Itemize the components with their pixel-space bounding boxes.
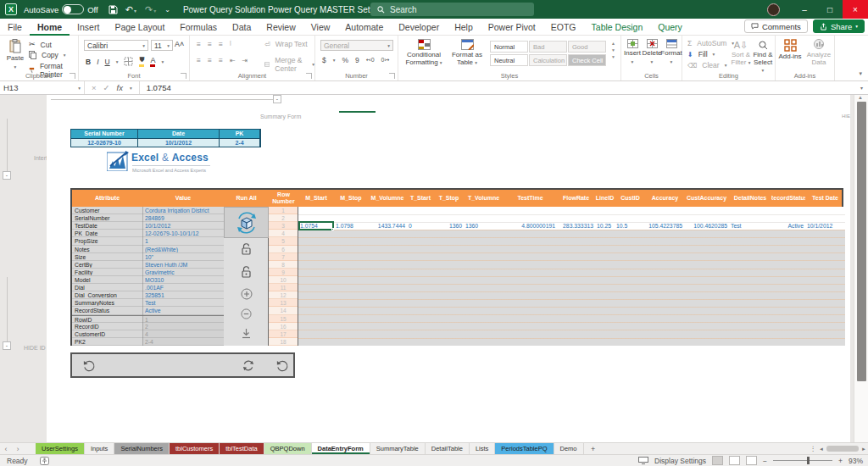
value-cell[interactable]: 4: [142, 330, 224, 338]
comma-style-icon[interactable]: 9: [355, 56, 359, 64]
conditional-formatting-button[interactable]: Conditional Formatting ▾: [402, 39, 446, 67]
form-header-t-volumne[interactable]: T_Volumne: [464, 190, 504, 207]
autosum-button[interactable]: ΣAutoSum▾: [687, 39, 734, 47]
sheet-tab-tblcustomers[interactable]: tblCustomers: [170, 443, 220, 454]
vertical-scrollbar[interactable]: ▲: [854, 95, 868, 442]
data-cell[interactable]: 1433.7444: [368, 222, 407, 230]
minimize-button[interactable]: –: [792, 0, 817, 19]
data-cell[interactable]: 105.4223785: [646, 222, 684, 230]
scroll-up-icon[interactable]: ▲: [858, 95, 863, 100]
data-cell[interactable]: Test: [729, 222, 771, 230]
copy-button[interactable]: Copy▾: [29, 51, 66, 59]
sheet-tab-usersettings[interactable]: UserSettings: [36, 443, 85, 454]
ribbon-tab-file[interactable]: File: [0, 19, 30, 36]
search-input[interactable]: Search: [370, 3, 534, 16]
cell-style-check-cell[interactable]: Check Cell: [568, 54, 606, 66]
value-cell[interactable]: Cordura Irrigation District: [142, 207, 224, 214]
value-cell[interactable]: .001AF: [142, 284, 224, 291]
autosave-toggle[interactable]: AutoSave Off: [24, 4, 98, 14]
ribbon-tab-power-pivot[interactable]: Power Pivot: [481, 19, 543, 36]
row-number-cell[interactable]: 10: [269, 276, 298, 284]
accessibility-icon[interactable]: [40, 457, 49, 465]
close-button[interactable]: ×: [843, 0, 868, 19]
align-middle-icon[interactable]: ≡: [208, 40, 212, 48]
new-sheet-button[interactable]: +: [584, 443, 603, 454]
data-entry-form-table[interactable]: AttributeValueRun AllRow NumberM_StartM_…: [70, 188, 843, 346]
fill-button[interactable]: ⬇Fill▾: [687, 50, 715, 58]
value-cell[interactable]: 1: [142, 315, 224, 323]
prev-sheet-icon[interactable]: ‹: [0, 443, 12, 454]
form-header-run-all[interactable]: Run All: [224, 190, 269, 207]
value-cell[interactable]: MO310: [142, 276, 224, 284]
wrap-text-button[interactable]: ⏎Wrap Text: [264, 40, 309, 48]
data-cell[interactable]: 10.5: [615, 222, 646, 230]
font-size-select[interactable]: 11▾: [151, 40, 173, 51]
unlock-icon[interactable]: [224, 266, 269, 279]
serial-table[interactable]: Serial NumberDatePK 12-02679-1010/1/2012…: [70, 129, 261, 147]
form-header-testtime[interactable]: TestTime: [504, 190, 557, 207]
delete-cells-button[interactable]: Delete▾: [643, 39, 661, 64]
autosave-switch[interactable]: [62, 4, 84, 14]
align-top-icon[interactable]: ≡: [197, 40, 201, 48]
cancel-icon[interactable]: ×: [92, 83, 97, 92]
form-header-m-stop[interactable]: M_Stop: [334, 190, 368, 207]
ribbon-tab-formulas[interactable]: Formulas: [172, 19, 225, 36]
decrease-decimal-icon[interactable]: 0↣: [381, 57, 390, 64]
clear-button[interactable]: ⌫Clear▾: [687, 61, 726, 69]
increase-decimal-icon[interactable]: ↢0: [366, 57, 375, 64]
attribute-cell[interactable]: Customer: [72, 207, 142, 214]
row-number-cell[interactable]: 14: [269, 307, 298, 314]
form-header-accuracy[interactable]: Accuracy: [646, 190, 684, 207]
font-name-select[interactable]: Calibri▾: [84, 40, 148, 51]
paste-button[interactable]: Paste▾: [3, 39, 27, 69]
remove-row-icon[interactable]: [224, 308, 269, 319]
increase-indent-icon[interactable]: ⇥: [242, 57, 248, 64]
fill-handle[interactable]: [331, 228, 334, 230]
form-header-custid[interactable]: CustID: [615, 190, 646, 207]
sheet-tab-inputs[interactable]: Inputs: [85, 443, 114, 454]
form-header-t-stop[interactable]: T_Stop: [434, 190, 464, 207]
cell-style-bad[interactable]: Bad: [529, 41, 567, 53]
ribbon-tab-query[interactable]: Query: [650, 19, 690, 36]
attribute-cell[interactable]: CertBy: [72, 261, 142, 269]
serial-value-cell[interactable]: 12-02679-10: [71, 138, 138, 147]
form-header-m-start[interactable]: M_Start: [298, 190, 334, 207]
selected-cell[interactable]: [298, 221, 334, 230]
data-cell[interactable]: 100.4620285: [684, 222, 729, 230]
undo-form-icon[interactable]: [275, 359, 288, 372]
data-cell[interactable]: 1.0798: [334, 222, 368, 230]
cell-style-calculation[interactable]: Calculation: [529, 54, 567, 66]
attribute-cell[interactable]: CustomerID: [72, 330, 142, 338]
horizontal-scroll-thumb[interactable]: [826, 446, 859, 452]
attribute-cell[interactable]: PropSize: [72, 237, 142, 245]
row-number-cell[interactable]: 9: [269, 269, 298, 276]
data-cell[interactable]: 0: [407, 222, 434, 230]
undo-icon[interactable]: ↶▾: [125, 4, 136, 15]
align-center-icon[interactable]: ≡: [208, 56, 212, 64]
ribbon-tab-eotg[interactable]: EOTG: [543, 19, 584, 36]
ribbon-tab-view[interactable]: View: [303, 19, 338, 36]
value-cell[interactable]: 12-02679-10-10/1/12: [142, 230, 224, 237]
display-settings-label[interactable]: Display Settings: [654, 457, 706, 465]
clipboard-dialog-launcher[interactable]: [70, 73, 75, 79]
attribute-cell[interactable]: SerialNumber: [72, 214, 142, 222]
save-icon[interactable]: [108, 5, 118, 14]
value-cell[interactable]: 2-4: [142, 338, 224, 346]
attribute-cell[interactable]: RowID: [72, 315, 142, 323]
sheet-tab-periodstablepq[interactable]: PeriodsTablePQ: [495, 443, 554, 454]
font-dialog-launcher[interactable]: [181, 73, 186, 79]
vertical-scroll-thumb[interactable]: [857, 102, 866, 381]
row-number-cell[interactable]: 15: [269, 315, 298, 323]
collapse-ribbon-icon[interactable]: ▾: [859, 70, 862, 77]
attribute-cell[interactable]: SummaryNotes: [72, 299, 142, 307]
cell-style-normal[interactable]: Normal: [490, 41, 528, 53]
ribbon-tab-table-design[interactable]: Table Design: [584, 19, 651, 36]
underline-button[interactable]: U: [105, 58, 110, 66]
ribbon-tab-insert[interactable]: Insert: [70, 19, 107, 36]
zoom-in-icon[interactable]: +: [838, 457, 843, 465]
serial-value-cell[interactable]: 10/1/2012: [138, 138, 220, 147]
data-cell[interactable]: Active: [771, 222, 805, 230]
data-cell[interactable]: 10.25: [595, 222, 615, 230]
gallery-more-icon[interactable]: ▼: [611, 54, 615, 59]
redo-icon[interactable]: ↷▾: [145, 4, 156, 15]
